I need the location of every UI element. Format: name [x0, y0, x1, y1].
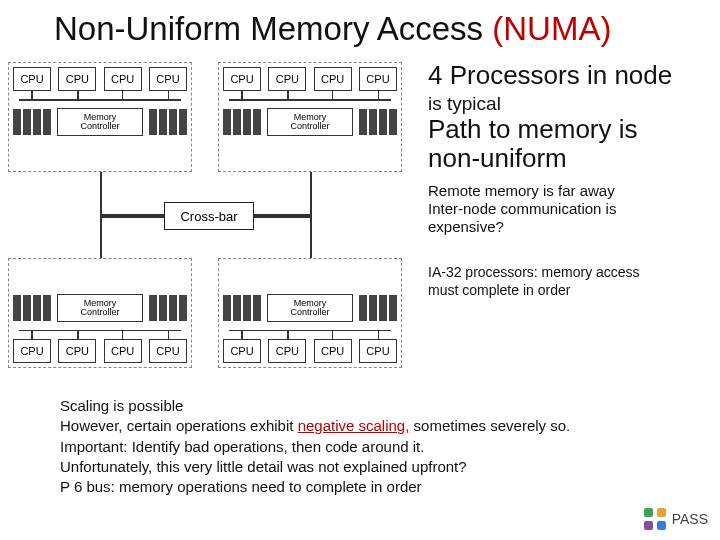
dimm-icon	[149, 295, 187, 321]
interconnect-link	[100, 172, 102, 216]
dimm-icon	[223, 295, 261, 321]
cpu-box: CPU	[359, 339, 397, 363]
title-suffix: (NUMA)	[492, 10, 611, 47]
note-processors: 4 Processors in node	[428, 60, 714, 91]
side-notes: 4 Processors in node is typical Path to …	[428, 60, 714, 299]
crossbar-box: Cross-bar	[164, 202, 254, 230]
numa-node: MemoryController CPU CPU CPU CPU	[8, 258, 192, 368]
numa-node: CPU CPU CPU CPU MemoryController	[8, 62, 192, 172]
memory-controller: MemoryController	[57, 294, 143, 322]
cpu-box: CPU	[223, 67, 261, 91]
bottom-line: Scaling is possible	[60, 396, 660, 416]
cpu-box: CPU	[149, 67, 187, 91]
logo-icon	[644, 508, 666, 530]
bottom-line: Important: Identify bad operations, then…	[60, 437, 660, 457]
numa-diagram: CPU CPU CPU CPU MemoryController CPU CPU…	[8, 62, 416, 382]
interconnect-link	[310, 172, 312, 216]
cpu-box: CPU	[268, 339, 306, 363]
cpu-box: CPU	[13, 339, 51, 363]
pass-logo: PASS	[644, 508, 708, 530]
interconnect-link	[252, 216, 312, 218]
cpu-box: CPU	[359, 67, 397, 91]
memory-controller: MemoryController	[267, 294, 353, 322]
cpu-box: CPU	[13, 67, 51, 91]
dimm-icon	[223, 109, 261, 135]
dimm-icon	[149, 109, 187, 135]
memory-controller: MemoryController	[57, 108, 143, 136]
slide-title: Non-Uniform Memory Access (NUMA)	[54, 10, 611, 48]
logo-text: PASS	[672, 511, 708, 527]
cpu-box: CPU	[104, 339, 142, 363]
dimm-icon	[13, 109, 51, 135]
cpu-box: CPU	[223, 339, 261, 363]
memory-controller: MemoryController	[267, 108, 353, 136]
title-main: Non-Uniform Memory Access	[54, 10, 492, 47]
negative-scaling-text: negative scaling,	[298, 417, 410, 434]
cpu-box: CPU	[58, 339, 96, 363]
bottom-line: Unfortunately, this very little detail w…	[60, 457, 660, 477]
cpu-box: CPU	[314, 67, 352, 91]
bottom-notes: Scaling is possible However, certain ope…	[60, 396, 660, 497]
cpu-box: CPU	[104, 67, 142, 91]
cpu-box: CPU	[58, 67, 96, 91]
interconnect-link	[100, 216, 166, 218]
dimm-icon	[359, 295, 397, 321]
note-typical: is typical	[428, 93, 714, 115]
note-path: Path to memory isnon-uniform	[428, 115, 714, 172]
interconnect-link	[310, 216, 312, 258]
cpu-box: CPU	[268, 67, 306, 91]
note-remote: Remote memory is far away Inter-node com…	[428, 182, 714, 236]
note-ia32: IA-32 processors: memory access must com…	[428, 264, 714, 299]
bottom-line: P 6 bus: memory operations need to compl…	[60, 477, 660, 497]
dimm-icon	[359, 109, 397, 135]
cpu-box: CPU	[149, 339, 187, 363]
numa-node: CPU CPU CPU CPU MemoryController	[218, 62, 402, 172]
cpu-box: CPU	[314, 339, 352, 363]
dimm-icon	[13, 295, 51, 321]
numa-node: MemoryController CPU CPU CPU CPU	[218, 258, 402, 368]
interconnect-link	[100, 216, 102, 258]
bottom-line: However, certain operations exhibit nega…	[60, 416, 660, 436]
